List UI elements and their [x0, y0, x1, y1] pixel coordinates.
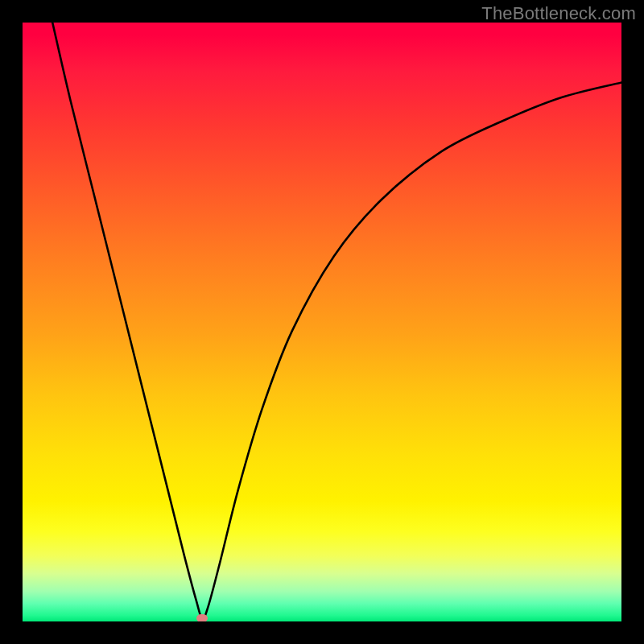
optimal-point-marker — [196, 614, 208, 621]
plot-area — [23, 23, 621, 621]
chart-frame: TheBottleneck.com — [0, 0, 644, 644]
bottleneck-curve — [23, 23, 621, 621]
watermark-text: TheBottleneck.com — [481, 3, 636, 24]
